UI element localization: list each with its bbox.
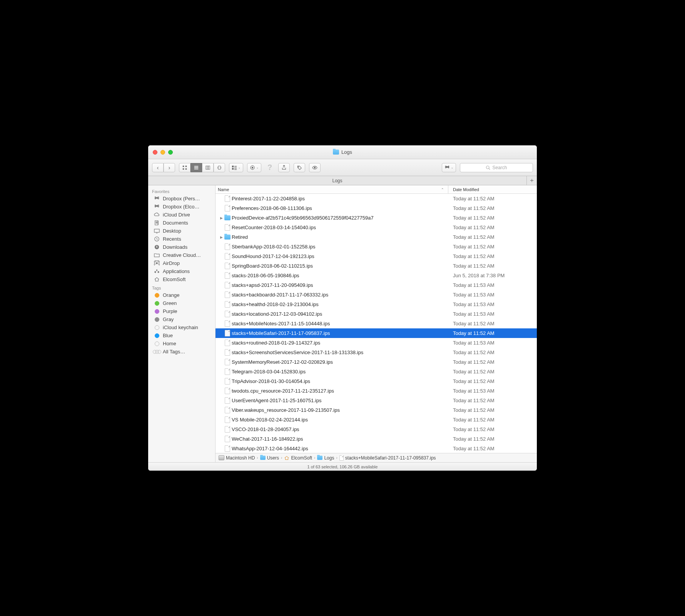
file-row[interactable]: WeChat-2017-11-16-184922.ipsToday at 11:… [216,434,537,444]
quicklook-button[interactable] [309,163,321,172]
list-view-button[interactable] [190,163,202,172]
file-icon [225,436,230,442]
icon-view-button[interactable] [179,163,190,172]
file-row[interactable]: stacks+MobileNotes-2017-11-15-104448.ips… [216,319,537,328]
file-name: SpringBoard-2018-06-02-110215.ips [232,263,448,269]
file-row[interactable]: stacks+ScreenshotServicesService-2017-11… [216,348,537,357]
disclosure-icon[interactable]: ▶ [216,235,223,239]
sidebar-item[interactable]: Green [148,299,215,307]
file-name: stacks+healthd-2018-02-19-213004.ips [232,301,448,307]
close-button[interactable] [153,150,157,155]
column-date-header[interactable]: Date Modified [448,185,537,193]
file-row[interactable]: ▶ProxiedDevice-af2b571c4c95b96563d950617… [216,213,537,223]
dropbox-toolbar-button[interactable]: ⌄ [442,163,456,172]
file-row[interactable]: stacks+routined-2018-01-29-114327.ipsTod… [216,338,537,348]
sidebar-item[interactable]: Orange [148,291,215,299]
file-row[interactable]: stacks+MobileSafari-2017-11-17-095837.ip… [216,328,537,338]
sidebar-item[interactable]: Dropbox (Pers… [148,195,215,203]
tab-logs[interactable]: Logs [148,176,527,185]
file-row[interactable]: SberbankApp-2018-02-01-152258.ipsToday a… [216,242,537,251]
folder-icon [333,150,339,155]
sidebar-item[interactable]: Purple [148,307,215,315]
action-button[interactable]: ⌄ [247,163,261,172]
file-icon [225,282,230,288]
share-button[interactable] [278,163,290,172]
file-icon [225,272,230,279]
file-row[interactable]: VS Mobile-2018-02-24-202144.ipsToday at … [216,415,537,425]
sidebar-item[interactable]: Creative Cloud… [148,251,215,259]
file-row[interactable]: ResetCounter-2018-03-14-154040.ipsToday … [216,223,537,232]
svg-rect-15 [234,168,237,168]
column-name-header[interactable]: Name⌃ [216,185,448,193]
path-segment[interactable]: ElcomSoft [284,455,312,461]
file-row[interactable]: SystemMemoryReset-2017-12-02-020829.ipsT… [216,357,537,367]
arrange-button[interactable]: ⌄ [229,163,243,172]
file-date: Today at 11:53 AM [448,340,537,346]
file-row[interactable]: UserEventAgent-2017-11-25-160751.ipsToda… [216,396,537,405]
sidebar-item[interactable]: Recents [148,235,215,243]
file-row[interactable]: WhatsApp-2017-12-04-164442.ipsToday at 1… [216,444,537,453]
search-input[interactable]: Search [460,163,533,172]
file-row[interactable]: stacks+locationd-2017-12-03-094102.ipsTo… [216,309,537,319]
sidebar-item[interactable]: Blue [148,331,215,340]
file-row[interactable]: stacks-2018-06-05-190846.ipsJun 5, 2018 … [216,271,537,280]
disclosure-icon[interactable]: ▶ [216,216,223,220]
minimize-button[interactable] [160,150,165,155]
sidebar-item[interactable]: Home [148,340,215,348]
sidebar-item[interactable]: Applications [148,267,215,275]
sidebar-item[interactable]: Downloads [148,243,215,251]
file-icon [225,407,230,413]
sidebar-item[interactable]: Gray [148,315,215,323]
sidebar-item[interactable]: Documents [148,219,215,227]
file-icon [225,397,230,404]
svg-rect-6 [194,168,199,169]
file-icon [225,359,230,365]
column-view-button[interactable] [202,163,214,172]
sidebar-item[interactable]: ElcomSoft [148,275,215,283]
path-segment[interactable]: Macintosh HD [219,455,255,461]
svg-point-25 [156,263,158,264]
add-tab-button[interactable]: ＋ [527,176,537,185]
path-segment[interactable]: Logs [317,455,334,461]
file-list[interactable]: Pinterest-2017-11-22-204858.ipsToday at … [216,194,537,453]
file-row[interactable]: stacks+apsd-2017-11-20-095409.ipsToday a… [216,280,537,290]
file-row[interactable]: TripAdvisor-2018-01-30-014054.ipsToday a… [216,376,537,386]
file-row[interactable]: Telegram-2018-03-04-152830.ipsToday at 1… [216,367,537,376]
svg-rect-2 [183,168,184,170]
file-icon [225,320,230,327]
home-icon [154,276,160,282]
file-row[interactable]: stacks+backboardd-2017-11-17-063332.ipsT… [216,290,537,300]
file-row[interactable]: SpringBoard-2018-06-02-110215.ipsToday a… [216,261,537,271]
sidebar-item[interactable]: iCloud keychain [148,323,215,331]
path-segment[interactable]: Users [260,455,279,461]
sidebar-item-label: ElcomSoft [163,276,185,282]
tags-button[interactable] [294,163,305,172]
file-row[interactable]: twodots.cpu_resource-2017-11-21-235127.i… [216,386,537,396]
sidebar-item-label: iCloud keychain [163,325,198,330]
file-icon [225,388,230,394]
sidebar-item[interactable]: iCloud Drive [148,211,215,219]
file-name: ProxiedDevice-af2b571c4c95b96563d9506172… [232,215,448,221]
svg-rect-13 [234,166,237,166]
titlebar[interactable]: Logs [148,145,537,159]
file-row[interactable]: stacks+healthd-2018-02-19-213004.ipsToda… [216,300,537,309]
file-row[interactable]: ▶RetiredToday at 11:52 AM [216,232,537,242]
gallery-view-button[interactable] [214,163,225,172]
sidebar-item[interactable]: Desktop [148,227,215,235]
forward-button[interactable]: › [164,163,175,172]
file-date: Today at 11:52 AM [448,417,537,423]
file-row[interactable]: Viber.wakeups_resource-2017-11-09-213507… [216,405,537,415]
file-row[interactable]: Pinterest-2017-11-22-204858.ipsToday at … [216,194,537,203]
zoom-button[interactable] [168,150,173,155]
sidebar-item[interactable]: AirDrop [148,259,215,267]
file-row[interactable]: VSCO-2018-01-28-204057.ipsToday at 11:52… [216,425,537,434]
sidebar-item[interactable]: All Tags… [148,348,215,356]
back-button[interactable]: ‹ [152,163,164,172]
chevron-right-icon: › [314,456,315,460]
path-segment[interactable]: stacks+MobileSafari-2017-11-17-095837.ip… [339,455,436,461]
file-row[interactable]: SoundHound-2017-12-04-192123.ipsToday at… [216,251,537,261]
file-name: twodots.cpu_resource-2017-11-21-235127.i… [232,388,448,394]
file-row[interactable]: Preferences-2018-06-08-111306.ipsToday a… [216,203,537,213]
file-name: SystemMemoryReset-2017-12-02-020829.ips [232,359,448,365]
sidebar-item[interactable]: Dropbox (Elco… [148,203,215,211]
